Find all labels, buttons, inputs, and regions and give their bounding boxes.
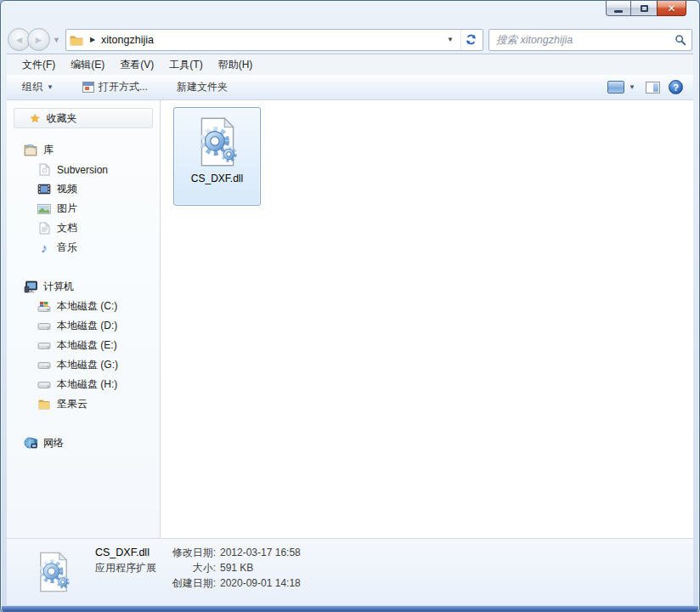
refresh-icon xyxy=(465,33,477,46)
sidebar-item-libraries[interactable]: 库 xyxy=(14,140,153,160)
details-identity: CS_DXF.dll 应用程序扩展 xyxy=(95,545,161,575)
size-label: 大小: xyxy=(161,560,216,575)
minimize-button[interactable] xyxy=(606,1,631,16)
organize-button[interactable]: 组织 ▼ xyxy=(22,80,54,94)
breadcrumb-folder[interactable]: xitongzhijia xyxy=(101,34,154,46)
sidebar-item-disk-h[interactable]: 本地磁盘 (H:) xyxy=(14,375,153,394)
sidebar-label: 本地磁盘 (D:) xyxy=(57,319,117,333)
details-file-type: 应用程序扩展 xyxy=(95,560,161,575)
sidebar-label: 本地磁盘 (G:) xyxy=(57,358,118,372)
help-icon: ? xyxy=(673,82,679,93)
content-area: ★ 收藏夹 库 Subversion xyxy=(7,100,693,538)
disk-icon xyxy=(37,378,51,392)
computer-icon xyxy=(24,280,37,294)
client-area: 文件(F) 编辑(E) 查看(V) 工具(T) 帮助(H) 组织 ▼ 打开方式.… xyxy=(7,54,693,605)
sidebar-label: 库 xyxy=(43,143,54,157)
sidebar-item-disk-c[interactable]: 本地磁盘 (C:) xyxy=(14,297,153,316)
help-button[interactable]: ? xyxy=(669,80,683,94)
sidebar-item-disk-g[interactable]: 本地磁盘 (G:) xyxy=(14,355,153,375)
back-icon: ◄ xyxy=(14,34,25,46)
recent-pages-chevron-icon[interactable]: ▼ xyxy=(53,36,60,44)
open-with-button[interactable]: 打开方式... xyxy=(82,80,148,94)
maximize-icon xyxy=(641,5,648,12)
new-folder-button[interactable]: 新建文件夹 xyxy=(177,80,228,94)
preview-pane-button[interactable] xyxy=(646,82,660,94)
menu-file[interactable]: 文件(F) xyxy=(14,54,63,75)
sidebar-label: 计算机 xyxy=(43,280,74,294)
search-input[interactable] xyxy=(494,33,675,47)
new-folder-label: 新建文件夹 xyxy=(177,80,228,94)
command-bar: 组织 ▼ 打开方式... 新建文件夹 ▼ ? xyxy=(7,75,693,100)
sidebar-item-videos[interactable]: 视频 xyxy=(14,179,153,199)
details-file-name: CS_DXF.dll xyxy=(95,545,161,560)
sidebar-label: 本地磁盘 (C:) xyxy=(57,299,117,314)
window-frame-bottom xyxy=(2,606,698,611)
navigation-bar: ◄ ► ▼ ▶ xitongzhijia ▼ xyxy=(8,26,692,54)
close-icon: ✕ xyxy=(667,3,675,14)
sidebar-item-pictures[interactable]: 图片 xyxy=(14,199,153,218)
picture-icon xyxy=(37,202,51,216)
sidebar-item-music[interactable]: ♪ 音乐 xyxy=(14,238,153,258)
views-icon xyxy=(607,81,624,94)
file-item-cs-dxf[interactable]: CS_DXF.dll xyxy=(173,107,261,206)
menu-view[interactable]: 查看(V) xyxy=(112,54,161,75)
sidebar-item-favorites[interactable]: ★ 收藏夹 xyxy=(14,108,153,128)
sidebar-label: 网络 xyxy=(43,436,64,450)
explorer-window: ✕ ◄ ► ▼ ▶ xitongzhijia ▼ xyxy=(0,0,700,612)
favorites-label: 收藏夹 xyxy=(47,111,77,126)
sidebar-label: Subversion xyxy=(57,164,108,176)
organize-label: 组织 xyxy=(22,80,42,94)
modified-date-label: 修改日期: xyxy=(161,545,216,560)
sidebar-label: 视频 xyxy=(57,182,77,196)
forward-icon: ► xyxy=(34,34,44,46)
folder-icon xyxy=(70,33,83,47)
menu-help[interactable]: 帮助(H) xyxy=(211,54,261,75)
maximize-button[interactable] xyxy=(631,1,657,16)
open-with-label: 打开方式... xyxy=(99,80,148,94)
address-dropdown-icon[interactable]: ▼ xyxy=(440,36,460,43)
address-bar[interactable]: ▶ xitongzhijia ▼ xyxy=(65,29,483,51)
sidebar-item-disk-e[interactable]: 本地磁盘 (E:) xyxy=(14,336,153,355)
change-view-button[interactable]: ▼ xyxy=(607,81,635,94)
document-icon xyxy=(37,163,51,177)
dll-file-icon-large xyxy=(31,549,76,595)
views-caret-icon: ▼ xyxy=(629,83,635,91)
sidebar-item-nutstore[interactable]: 坚果云 xyxy=(14,394,153,414)
sidebar-label: 坚果云 xyxy=(57,397,88,411)
menu-edit[interactable]: 编辑(E) xyxy=(63,54,112,75)
document-icon xyxy=(37,222,51,235)
titlebar[interactable]: ✕ xyxy=(1,1,699,25)
libraries-icon xyxy=(24,144,37,157)
disk-icon xyxy=(37,339,51,353)
refresh-button[interactable] xyxy=(460,30,481,50)
disk-icon xyxy=(37,320,51,333)
star-icon: ★ xyxy=(30,111,41,125)
menu-tools[interactable]: 工具(T) xyxy=(161,54,210,75)
modified-date-value: 2012-03-17 16:58 xyxy=(220,545,301,560)
sidebar-item-disk-d[interactable]: 本地磁盘 (D:) xyxy=(14,316,153,336)
sidebar-label: 图片 xyxy=(57,201,77,216)
details-pane: CS_DXF.dll 应用程序扩展 修改日期: 2012-03-17 16:58… xyxy=(7,538,693,605)
sidebar-gap xyxy=(14,414,153,434)
music-icon: ♪ xyxy=(37,241,51,255)
created-date-value: 2020-09-01 14:18 xyxy=(220,575,301,591)
sidebar-item-computer[interactable]: 计算机 xyxy=(14,277,153,297)
sidebar-item-subversion[interactable]: Subversion xyxy=(14,160,153,179)
sidebar-label: 本地磁盘 (H:) xyxy=(57,377,117,392)
caption-buttons: ✕ xyxy=(606,1,686,16)
sidebar-label: 文档 xyxy=(57,221,77,235)
navigation-pane: ★ 收藏夹 库 Subversion xyxy=(7,100,161,538)
close-button[interactable]: ✕ xyxy=(657,1,686,16)
forward-button[interactable]: ► xyxy=(27,28,50,51)
minimize-icon xyxy=(614,10,623,13)
disk-icon xyxy=(37,359,51,372)
sidebar-item-network[interactable]: 网络 xyxy=(14,434,153,453)
toolbar-right: ▼ ? xyxy=(607,80,683,94)
open-with-icon xyxy=(82,82,94,93)
organize-caret-icon: ▼ xyxy=(47,83,54,91)
sidebar-item-documents[interactable]: 文档 xyxy=(14,218,153,238)
file-list-area[interactable]: CS_DXF.dll xyxy=(161,100,693,538)
search-icon[interactable] xyxy=(675,34,686,46)
sidebar-label: 本地磁盘 (E:) xyxy=(57,338,117,353)
system-disk-icon xyxy=(37,300,51,314)
